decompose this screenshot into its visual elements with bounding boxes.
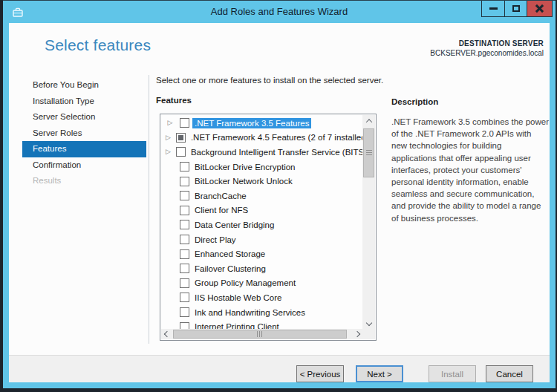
cancel-button[interactable]: Cancel xyxy=(486,365,533,382)
feature-row[interactable]: Client for NFS xyxy=(161,203,362,218)
sidebar-item-results: Results xyxy=(22,173,146,189)
sidebar-item-confirmation[interactable]: Confirmation xyxy=(22,157,146,174)
window-title: Add Roles and Features Wizard xyxy=(3,6,556,17)
sidebar-item-server-selection[interactable]: Server Selection xyxy=(22,109,146,125)
feature-label: BitLocker Network Unlock xyxy=(192,176,295,186)
horizontal-scroll-thumb[interactable] xyxy=(173,330,347,339)
feature-row[interactable]: ▷Background Intelligent Transfer Service… xyxy=(161,145,362,160)
checkbox-unchecked[interactable] xyxy=(180,307,189,317)
feature-label: .NET Framework 4.5 Features (2 of 7 inst… xyxy=(189,132,362,143)
close-icon xyxy=(535,4,544,13)
destination-block: DESTINATION SERVER BCKSERVER.pgeconomide… xyxy=(430,39,544,57)
checkbox-unchecked[interactable] xyxy=(180,191,189,200)
checkbox-unchecked[interactable] xyxy=(180,235,189,244)
sidebar-divider xyxy=(149,75,149,344)
chevron-left-icon xyxy=(163,331,169,337)
footer-bar: < PreviousNext >InstallCancel xyxy=(9,355,550,382)
feature-row[interactable]: Failover Clustering xyxy=(161,261,362,276)
wizard-content: Select features DESTINATION SERVER BCKSE… xyxy=(9,23,550,382)
checkbox-unchecked[interactable] xyxy=(180,118,189,128)
destination-server-name: BCKSERVER.pgeconomides.local xyxy=(430,49,544,57)
scroll-thumb-grip xyxy=(366,150,372,156)
sidebar-item-before-you-begin[interactable]: Before You Begin xyxy=(22,77,146,94)
next-button[interactable]: Next > xyxy=(356,365,403,382)
checkbox-unchecked[interactable] xyxy=(180,220,189,229)
features-list-label: Features xyxy=(156,96,192,105)
scroll-left-button[interactable] xyxy=(161,329,172,339)
titlebar[interactable]: Add Roles and Features Wizard xyxy=(3,1,556,23)
checkbox-indeterminate[interactable] xyxy=(176,133,186,143)
feature-label: Ink and Handwriting Services xyxy=(192,307,307,318)
sidebar-item-server-roles[interactable]: Server Roles xyxy=(22,125,146,142)
features-listbox: ▷.NET Framework 3.5 Features▷.NET Framew… xyxy=(160,114,377,341)
minimize-icon xyxy=(489,7,498,10)
feature-row[interactable]: Internet Printing Client xyxy=(161,319,362,329)
feature-label: Failover Clustering xyxy=(192,264,268,274)
feature-row[interactable]: Ink and Handwriting Services xyxy=(161,305,362,320)
feature-row[interactable]: Group Policy Management xyxy=(161,276,362,291)
feature-label: IIS Hostable Web Core xyxy=(192,293,284,303)
feature-row[interactable]: Data Center Bridging xyxy=(161,218,362,232)
scroll-up-button[interactable] xyxy=(362,115,375,127)
maximize-icon xyxy=(512,5,520,12)
feature-row[interactable]: BitLocker Network Unlock xyxy=(161,174,362,189)
instruction-text: Select one or more features to install o… xyxy=(156,76,383,85)
checkbox-unchecked[interactable] xyxy=(180,322,189,329)
checkbox-unchecked[interactable] xyxy=(180,177,189,186)
wizard-steps-nav: Before You BeginInstallation TypeServer … xyxy=(22,77,146,189)
feature-label: Data Center Bridging xyxy=(192,220,276,230)
feature-label: BitLocker Drive Encryption xyxy=(192,162,298,172)
scroll-thumb-grip xyxy=(257,331,263,337)
description-title: Description xyxy=(391,97,438,106)
feature-row[interactable]: ▷.NET Framework 3.5 Features xyxy=(161,116,362,131)
feature-label: BranchCache xyxy=(192,191,249,201)
feature-row[interactable]: Direct Play xyxy=(161,232,362,247)
feature-label: Client for NFS xyxy=(192,205,250,215)
feature-label: Direct Play xyxy=(192,235,238,245)
close-button[interactable] xyxy=(527,1,552,16)
checkbox-unchecked[interactable] xyxy=(180,278,189,288)
feature-row[interactable]: BitLocker Drive Encryption xyxy=(161,160,362,174)
vertical-scrollbar[interactable] xyxy=(362,115,375,329)
checkbox-unchecked[interactable] xyxy=(180,249,189,259)
description-body: .NET Framework 3.5 combines the power of… xyxy=(391,116,549,224)
feature-row[interactable]: BranchCache xyxy=(161,189,362,203)
feature-row[interactable]: Enhanced Storage xyxy=(161,246,362,261)
checkbox-unchecked[interactable] xyxy=(180,264,189,273)
feature-label: Enhanced Storage xyxy=(192,249,267,259)
vertical-scroll-thumb[interactable] xyxy=(363,128,374,177)
checkbox-unchecked[interactable] xyxy=(180,162,189,172)
feature-label: Group Policy Management xyxy=(192,278,298,288)
feature-row[interactable]: ▷.NET Framework 4.5 Features (2 of 7 ins… xyxy=(161,131,362,146)
expander-icon[interactable]: ▷ xyxy=(166,120,175,126)
checkbox-unchecked[interactable] xyxy=(176,147,186,157)
destination-server-label: DESTINATION SERVER xyxy=(430,39,544,48)
minimize-button[interactable] xyxy=(482,1,504,16)
feature-label: Background Intelligent Transfer Service … xyxy=(189,147,362,157)
chevron-up-icon xyxy=(365,119,371,125)
feature-label: .NET Framework 3.5 Features xyxy=(192,118,311,128)
sidebar-item-features[interactable]: Features xyxy=(22,141,146,157)
checkbox-fill xyxy=(178,135,183,140)
features-rows: ▷.NET Framework 3.5 Features▷.NET Framew… xyxy=(161,115,362,329)
expander-icon[interactable]: ▷ xyxy=(166,148,171,155)
checkbox-unchecked[interactable] xyxy=(180,206,189,215)
chevron-right-icon xyxy=(354,331,359,337)
chevron-down-icon xyxy=(365,320,371,326)
scrollbar-corner xyxy=(362,329,375,339)
previous-button[interactable]: < Previous xyxy=(296,365,344,382)
install-button: Install xyxy=(429,365,476,382)
maximize-button[interactable] xyxy=(504,1,527,16)
feature-row[interactable]: IIS Hostable Web Core xyxy=(161,290,362,305)
expander-icon[interactable]: ▷ xyxy=(166,134,171,141)
window-controls xyxy=(481,1,553,17)
wizard-window: Add Roles and Features Wizard Select fea… xyxy=(3,0,556,388)
desktop-background: Add Roles and Features Wizard Select fea… xyxy=(0,0,557,392)
horizontal-scrollbar[interactable] xyxy=(161,329,362,339)
checkbox-unchecked[interactable] xyxy=(180,293,189,302)
page-title: Select features xyxy=(45,36,151,54)
scroll-right-button[interactable] xyxy=(351,329,362,339)
sidebar-item-installation-type[interactable]: Installation Type xyxy=(22,94,146,110)
feature-label: Internet Printing Client xyxy=(192,321,281,329)
scroll-down-button[interactable] xyxy=(362,317,375,329)
